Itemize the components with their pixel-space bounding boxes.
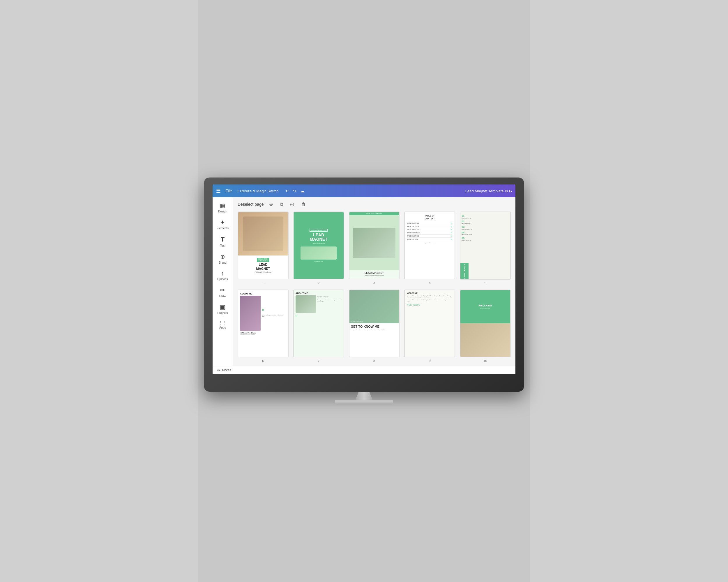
page5-item-5: 05 PAGE FIVE TITLE xyxy=(462,237,509,241)
page4-row2-num: 02 xyxy=(451,225,452,227)
sidebar-item-projects[interactable]: ▣ Projects xyxy=(213,301,233,317)
page-card-4[interactable]: TABLE OFCONTENT PAGE ONE TITLE 01 PAGE T… xyxy=(404,212,455,285)
page7-name: Hi There! I'm Marsha xyxy=(317,295,342,297)
screen: ☰ File Resize & Magic Switch ↩ ↪ ☁ Lead … xyxy=(213,185,515,374)
page7-social: ⊕ ✦ ⊛ xyxy=(317,297,342,299)
sidebar-item-draw[interactable]: ✏ Draw xyxy=(213,284,233,300)
hide-page-button[interactable]: ◎ xyxy=(288,201,296,207)
brand-icon: ⊕ xyxy=(220,253,225,260)
page6-description: Lorem ipsum dolor sit amet consectetur xyxy=(240,334,286,335)
text-icon: T xyxy=(221,236,225,243)
add-page-button[interactable]: ⊕ xyxy=(267,201,275,207)
page5-name-1: PAGE ONE TITLE xyxy=(462,217,509,219)
cloud-icon[interactable]: ☁ xyxy=(300,188,305,194)
page-card-10[interactable]: WELCOME YOUR TEXT HERE 10 xyxy=(460,289,511,363)
page-number-3: 3 xyxy=(373,281,375,285)
page3-tag: SOCIAL MEDIA STRATEGIES xyxy=(349,212,399,215)
sidebar-item-elements[interactable]: ✦ Elements xyxy=(213,217,233,232)
page3-title: LEAD MAGNET xyxy=(350,272,398,274)
page3-image-area xyxy=(349,215,399,270)
page5-contents-label: CONTENTS xyxy=(464,263,466,279)
sidebar-item-design[interactable]: ▦ Design xyxy=(213,200,233,215)
page4-row-6: PAGE SIX TITLE 06 xyxy=(407,238,452,241)
design-label: Design xyxy=(218,210,227,213)
page6-quote-mark: " xyxy=(262,309,286,314)
page5-items: 01 PAGE ONE TITLE 02 PAGE TWO TITLE xyxy=(460,212,510,263)
page6-image xyxy=(240,296,261,331)
pages-grid: SOCIAL MEDIASTRATEGIES LEADMAGNET Publis… xyxy=(238,212,511,362)
resize-magic-switch[interactable]: Resize & Magic Switch xyxy=(237,189,279,193)
page4-row2-title: PAGE TWO TITLE xyxy=(407,225,419,227)
elements-label: Elements xyxy=(217,227,229,230)
page4-row-5: PAGE FIVE TITLE 05 xyxy=(407,234,452,238)
page6-layout: " Act as if what you do makes a differen… xyxy=(239,296,287,331)
page9-body: Lorem ipsum dolor sit amet, consectetur … xyxy=(407,295,452,298)
page4-row4-title: PAGE FOUR TITLE xyxy=(407,232,420,234)
page-toolbar: Deselect page ⊕ ⧉ ◎ 🗑 xyxy=(238,201,511,207)
page1-image-area xyxy=(238,212,288,255)
page4-row1-title: PAGE ONE TITLE xyxy=(407,222,419,224)
topbar-actions: ↩ ↪ ☁ xyxy=(286,188,305,194)
page-number-2: 2 xyxy=(318,281,319,285)
file-menu[interactable]: File xyxy=(225,189,232,193)
page1-subtitle: Published By Rose Brown xyxy=(240,271,286,273)
sidebar-item-uploads[interactable]: ↑ Uploads xyxy=(213,268,233,283)
page-thumb-2: SOCIAL MEDIA STRATEGIES LEADMAGNET Publi… xyxy=(293,212,344,279)
notes-label: Notes xyxy=(222,368,231,372)
page1-title: LEADMAGNET xyxy=(240,263,286,270)
sidebar-item-text[interactable]: T Text xyxy=(213,233,233,250)
uploads-label: Uploads xyxy=(217,278,228,281)
page10-subtitle: YOUR TEXT HERE xyxy=(480,308,490,309)
page8-subtitle: YOUR SUBTITLE HERE xyxy=(350,321,363,322)
apps-label: Apps xyxy=(219,326,226,329)
page4-row3-title: PAGE THREE TITLE xyxy=(407,229,421,230)
page-number-8: 8 xyxy=(373,359,375,363)
page2-title: LEADMAGNET xyxy=(310,233,328,242)
projects-label: Projects xyxy=(217,311,228,314)
page4-title: TABLE OFCONTENT xyxy=(407,215,452,220)
page6-title: ABOUT ME xyxy=(239,291,287,296)
page7-quote-mark: " xyxy=(295,314,342,321)
page-card-3[interactable]: SOCIAL MEDIA STRATEGIES LEAD MAGNET Lore… xyxy=(349,212,400,285)
page3-image xyxy=(353,228,395,258)
page-thumb-10: WELCOME YOUR TEXT HERE xyxy=(460,289,511,357)
notes-bar[interactable]: ✏ Notes xyxy=(213,366,515,374)
page-card-2[interactable]: SOCIAL MEDIA STRATEGIES LEADMAGNET Publi… xyxy=(293,212,344,285)
page5-name-5: PAGE FIVE TITLE xyxy=(462,240,509,241)
page2-content: SOCIAL MEDIA STRATEGIES LEADMAGNET Publi… xyxy=(294,212,344,279)
page8-title: GET TO KNOW ME xyxy=(351,325,398,329)
monitor-stand xyxy=(204,392,524,405)
page3-url: yourwebsite.com xyxy=(350,276,398,278)
copy-page-button[interactable]: ⧉ xyxy=(278,201,285,207)
sidebar-item-brand[interactable]: ⊕ Brand xyxy=(213,251,233,267)
page4-url: yourwebsite.com xyxy=(407,242,452,244)
redo-icon[interactable]: ↪ xyxy=(293,188,297,194)
page5-num-4: 04 xyxy=(462,231,509,234)
deselect-page-label[interactable]: Deselect page xyxy=(238,202,264,206)
page-card-5[interactable]: 01 PAGE ONE TITLE 02 PAGE TWO TITLE xyxy=(460,212,511,285)
page7-layout: Hi There! I'm Marsha ⊕ ✦ ⊛ Lorem ipsum d… xyxy=(295,295,342,313)
page8-content: YOUR SUBTITLE HERE GET TO KNOW ME Lorem … xyxy=(349,290,399,357)
projects-icon: ▣ xyxy=(220,304,225,310)
page-card-6[interactable]: ABOUT ME " Act as if what you do makes a… xyxy=(238,289,289,363)
page5-num-5: 05 xyxy=(462,237,509,240)
page7-content: ABOUT ME Hi There! I'm Marsha ⊕ ✦ ⊛ Lore… xyxy=(294,290,344,357)
page-card-8[interactable]: YOUR SUBTITLE HERE GET TO KNOW ME Lorem … xyxy=(349,289,400,363)
page-card-9[interactable]: WELCOME Lorem ipsum dolor sit amet, cons… xyxy=(404,289,455,363)
page-card-1[interactable]: SOCIAL MEDIASTRATEGIES LEADMAGNET Publis… xyxy=(238,212,289,285)
page5-item-3: 03 PAGE THREE TITLE xyxy=(462,225,509,230)
page-number-9: 9 xyxy=(429,359,431,363)
page7-text-area: Hi There! I'm Marsha ⊕ ✦ ⊛ Lorem ipsum d… xyxy=(317,295,342,313)
page-number-7: 7 xyxy=(318,359,319,363)
page10-text-area: WELCOME YOUR TEXT HERE xyxy=(460,290,510,324)
page-card-7[interactable]: ABOUT ME Hi There! I'm Marsha ⊕ ✦ ⊛ Lore… xyxy=(293,289,344,363)
menu-icon[interactable]: ☰ xyxy=(216,188,221,194)
undo-icon[interactable]: ↩ xyxy=(286,188,289,194)
page5-num-2: 02 xyxy=(462,220,509,223)
page7-title: ABOUT ME xyxy=(295,292,342,295)
page9-content: WELCOME Lorem ipsum dolor sit amet, cons… xyxy=(405,290,454,357)
content-area: Deselect page ⊕ ⧉ ◎ 🗑 xyxy=(233,197,515,366)
delete-page-button[interactable]: 🗑 xyxy=(300,201,308,207)
page-thumb-8: YOUR SUBTITLE HERE GET TO KNOW ME Lorem … xyxy=(349,289,400,357)
sidebar-item-apps[interactable]: ⋮⋮ Apps xyxy=(213,318,233,331)
